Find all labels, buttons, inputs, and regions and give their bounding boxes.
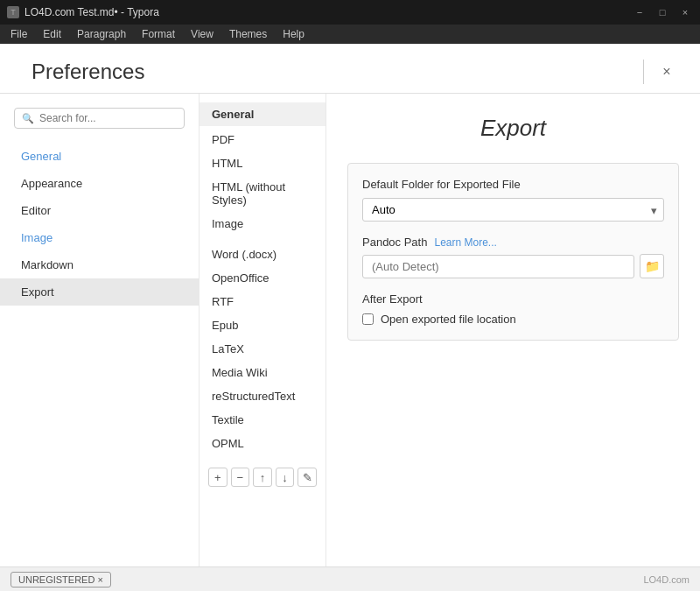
- middle-panel: General PDF HTML HTML (without Styles) I…: [200, 94, 326, 566]
- menu-paragraph[interactable]: Paragraph: [70, 26, 133, 42]
- search-icon: 🔍: [22, 113, 34, 124]
- edit-format-button[interactable]: ✎: [298, 468, 317, 487]
- preferences-header: Preferences ×: [0, 44, 700, 94]
- add-format-button[interactable]: +: [208, 468, 228, 487]
- middle-item-rst[interactable]: reStructuredText: [200, 384, 326, 408]
- menu-edit[interactable]: Edit: [36, 26, 68, 42]
- pandoc-header: Pandoc Path Learn More...: [362, 236, 664, 249]
- middle-item-latex[interactable]: LaTeX: [200, 337, 326, 361]
- move-up-button[interactable]: ↑: [253, 468, 272, 487]
- middle-item-textile[interactable]: Textile: [200, 408, 326, 432]
- open-location-label[interactable]: Open exported file location: [381, 313, 516, 326]
- window-title: LO4D.com Test.md• - Typora: [24, 6, 159, 18]
- middle-item-opml[interactable]: OPML: [200, 432, 326, 455]
- middle-item-html[interactable]: HTML: [200, 151, 326, 175]
- middle-spacer-1: [200, 236, 326, 243]
- pandoc-section: Pandoc Path Learn More... 📁: [362, 236, 664, 278]
- pandoc-path-input[interactable]: [362, 255, 634, 278]
- lo4d-watermark: LO4D.com: [643, 574, 690, 585]
- learn-more-link[interactable]: Learn More...: [434, 236, 496, 249]
- preferences-window: Preferences × 🔍 General Appearance Edito…: [0, 44, 700, 591]
- remove-format-button[interactable]: −: [231, 468, 250, 487]
- menu-bar: File Edit Paragraph Format View Themes H…: [0, 25, 700, 44]
- sidebar-item-image[interactable]: Image: [0, 224, 199, 251]
- search-input[interactable]: [39, 112, 177, 124]
- after-export-section: After Export Open exported file location: [362, 292, 664, 326]
- title-bar: T LO4D.com Test.md• - Typora − □ ×: [0, 0, 700, 25]
- sidebar-item-markdown[interactable]: Markdown: [0, 251, 199, 278]
- minimize-button[interactable]: −: [632, 4, 648, 20]
- sidebar-item-general[interactable]: General: [0, 143, 199, 170]
- sidebar: 🔍 General Appearance Editor Image Markdo…: [0, 94, 200, 566]
- folder-select-wrapper: Auto Custom ▾: [362, 198, 664, 222]
- middle-item-rtf[interactable]: RTF: [200, 290, 326, 313]
- preferences-content: 🔍 General Appearance Editor Image Markdo…: [0, 94, 700, 566]
- pandoc-label: Pandoc Path: [362, 236, 427, 249]
- middle-section-header: General: [200, 102, 326, 126]
- menu-help[interactable]: Help: [276, 26, 312, 42]
- open-location-row: Open exported file location: [362, 313, 664, 326]
- right-panel: Export Default Folder for Exported File …: [326, 94, 700, 566]
- middle-item-word[interactable]: Word (.docx): [200, 243, 326, 266]
- maximize-button[interactable]: □: [654, 4, 670, 20]
- after-export-label: After Export: [362, 292, 664, 306]
- header-right: ×: [643, 60, 679, 84]
- middle-item-image[interactable]: Image: [200, 212, 326, 236]
- header-divider: [643, 60, 644, 84]
- search-box[interactable]: 🔍: [14, 108, 185, 129]
- watermark-text: LO4D.com: [643, 574, 690, 585]
- middle-item-openoffice[interactable]: OpenOffice: [200, 266, 326, 290]
- settings-card: Default Folder for Exported File Auto Cu…: [347, 163, 679, 341]
- sidebar-item-editor[interactable]: Editor: [0, 197, 199, 224]
- folder-select[interactable]: Auto Custom: [362, 198, 664, 222]
- preferences-title: Preferences: [32, 60, 144, 84]
- browse-folder-button[interactable]: 📁: [640, 254, 664, 278]
- export-title: Export: [347, 115, 679, 142]
- move-down-button[interactable]: ↓: [276, 468, 295, 487]
- default-folder-label: Default Folder for Exported File: [362, 178, 664, 191]
- pandoc-input-row: 📁: [362, 254, 664, 278]
- sidebar-item-appearance[interactable]: Appearance: [0, 170, 199, 197]
- menu-view[interactable]: View: [184, 26, 220, 42]
- open-location-checkbox[interactable]: [362, 313, 374, 325]
- middle-toolbar: + − ↑ ↓ ✎: [200, 462, 326, 492]
- middle-item-mediawiki[interactable]: Media Wiki: [200, 361, 326, 384]
- sidebar-item-export[interactable]: Export: [0, 278, 199, 306]
- menu-themes[interactable]: Themes: [222, 26, 274, 42]
- app-icon: T: [7, 6, 19, 18]
- menu-format[interactable]: Format: [135, 26, 182, 42]
- preferences-close-button[interactable]: ×: [654, 60, 679, 84]
- middle-item-html-no-styles[interactable]: HTML (without Styles): [200, 175, 326, 212]
- middle-item-epub[interactable]: Epub: [200, 313, 326, 337]
- bottom-bar: UNREGISTERED × LO4D.com: [0, 566, 700, 591]
- unregistered-badge[interactable]: UNREGISTERED ×: [10, 572, 111, 587]
- window-controls: − □ ×: [632, 4, 693, 20]
- middle-item-pdf[interactable]: PDF: [200, 128, 326, 151]
- menu-file[interactable]: File: [4, 26, 34, 42]
- window-close-button[interactable]: ×: [677, 4, 693, 20]
